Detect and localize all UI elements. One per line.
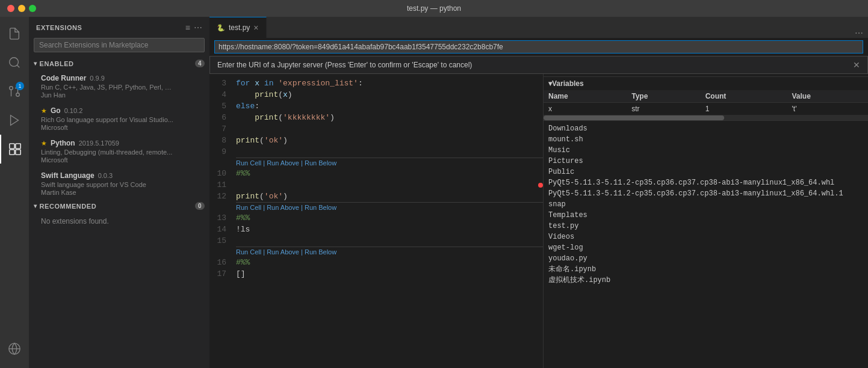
var-name: x <box>544 103 627 115</box>
chevron-icon: ▾ <box>34 60 37 67</box>
run-cell-bar-2[interactable]: Run Cell | Run Above | Run Below <box>209 158 543 168</box>
activity-debug[interactable] <box>0 106 29 135</box>
more-actions-icon[interactable]: ⋯ <box>194 23 202 32</box>
tab-close-icon[interactable]: × <box>253 23 258 32</box>
ext-name: Swift Language <box>41 171 95 180</box>
extension-item-code-runner[interactable]: Code Runner 0.9.9 ⚙ Run C, C++, Java, JS… <box>29 70 209 102</box>
run-below-link-4[interactable]: Run Below <box>305 248 336 256</box>
terminal-line: Pictures <box>548 156 863 167</box>
extensions-list: ▾ ENABLED 4 Code Runner 0.9.9 ⚙ Run C, C… <box>29 57 209 368</box>
terminal-line: Videos <box>548 232 863 242</box>
var-value: 't' <box>787 103 869 115</box>
title-bar: test.py — python <box>0 0 868 17</box>
run-above-link-3[interactable]: Run Above <box>267 204 299 211</box>
enabled-section-header[interactable]: ▾ ENABLED 4 <box>29 57 209 70</box>
terminal-line: 虚拟机技术.ipynb <box>548 275 863 286</box>
svg-rect-7 <box>16 144 20 149</box>
code-line-16: 16 #%% <box>209 257 543 268</box>
run-above-link-4[interactable]: Run Above <box>267 248 299 256</box>
ext-author: Microsoft <box>41 124 202 131</box>
run-cell-bar-4[interactable]: Run Cell | Run Above | Run Below <box>209 247 543 257</box>
terminal-line: PyQt5-5.11.3-5.11.2-cp35.cp36.cp37.cp38-… <box>548 177 863 188</box>
horizontal-scrollbar[interactable] <box>544 115 868 120</box>
terminal-line: mount.sh <box>548 134 863 145</box>
extension-item-go[interactable]: ★ Go 0.10.2 ⚙ Rich Go language support f… <box>29 102 209 135</box>
terminal-line: snap <box>548 199 863 210</box>
col-value: Value <box>787 90 869 103</box>
col-type: Type <box>627 90 700 103</box>
editor-content: Run Cell | Run Above | Run Below 2 #%% 3… <box>209 56 868 368</box>
terminal-output[interactable]: Downloadsmount.shMusicPicturesPublicPyQt… <box>544 121 868 368</box>
variables-header[interactable]: ▾Variables <box>544 77 868 90</box>
svg-marker-5 <box>11 115 19 126</box>
activity-source-control[interactable]: 1 <box>0 77 29 106</box>
activity-search[interactable] <box>0 48 29 77</box>
ext-name: Code Runner <box>41 74 86 82</box>
code-line-5: 5 else: <box>209 100 543 112</box>
terminal-line: Downloads <box>548 123 863 134</box>
terminal-line: test.py <box>548 221 863 232</box>
activity-remote[interactable] <box>0 334 29 363</box>
extension-item-python[interactable]: ★ Python 2019.5.17059 ⚙ Linting, Debuggi… <box>29 135 209 167</box>
url-input-container: Enter the URI of a Jupyter server (Press… <box>209 38 868 56</box>
terminal-line: wget-log <box>548 242 863 253</box>
terminal-line: Templates <box>548 210 863 221</box>
code-line-10: 10 #%% <box>209 168 543 179</box>
run-below-link-3[interactable]: Run Below <box>305 204 336 211</box>
ext-version: 2019.5.17059 <box>79 140 119 147</box>
activity-bar: 1 <box>0 17 29 368</box>
svg-line-1 <box>17 65 19 67</box>
run-above-link-2[interactable]: Run Above <box>267 159 299 167</box>
run-below-link-2[interactable]: Run Below <box>305 159 336 167</box>
ext-description: Rich Go language support for Visual Stud… <box>41 116 173 123</box>
ext-description: Linting, Debugging (multi-threaded, remo… <box>41 149 173 156</box>
filter-icon[interactable]: ≡ <box>185 23 190 32</box>
extensions-search-input[interactable] <box>34 38 205 52</box>
jupyter-url-input[interactable] <box>214 40 863 54</box>
code-line-3: 3 for x in 'expression_list': <box>209 78 543 89</box>
code-editor[interactable]: Run Cell | Run Above | Run Below 2 #%% 3… <box>209 56 543 368</box>
window-title: test.py — python <box>407 4 461 13</box>
svg-rect-8 <box>10 150 14 155</box>
var-count: 1 <box>701 103 787 115</box>
tab-test-py[interactable]: 🐍 test.py × <box>209 17 267 38</box>
col-count: Count <box>701 90 787 103</box>
ext-name: Go <box>51 106 61 115</box>
run-cell-link-3[interactable]: Run Cell <box>236 204 261 211</box>
col-name: Name <box>544 90 627 103</box>
tooltip-close-icon[interactable]: ✕ <box>853 60 860 70</box>
activity-extensions[interactable] <box>0 135 29 164</box>
code-line-15: 15 <box>209 235 543 247</box>
variables-section: ▾Variables Name Type Count Value <box>544 77 868 121</box>
maximize-button[interactable] <box>29 5 36 12</box>
close-button[interactable] <box>7 5 14 12</box>
code-line-9: 9 <box>209 146 543 158</box>
svg-rect-6 <box>10 144 14 149</box>
minimize-button[interactable] <box>18 5 25 12</box>
recommended-section-header[interactable]: ▾ RECOMMENDED 0 <box>29 200 209 212</box>
ext-author: Martin Kase <box>41 189 202 196</box>
recommended-count: 0 <box>195 202 205 210</box>
no-extensions-text: No extensions found. <box>29 212 209 230</box>
ext-version: 0.10.2 <box>64 107 83 114</box>
jupyter-tooltip-text: Enter the URI of a Jupyter server (Press… <box>217 61 472 69</box>
run-cell-link-2[interactable]: Run Cell <box>236 159 261 167</box>
ext-author: Jun Han <box>41 91 202 99</box>
svg-point-3 <box>10 87 13 90</box>
svg-rect-9 <box>16 150 20 155</box>
extension-item-swift[interactable]: Swift Language 0.0.3 ⚙ Swift language su… <box>29 167 209 200</box>
run-cell-link-4[interactable]: Run Cell <box>236 248 261 256</box>
code-line-6: 6 print('kkkkkkkk') <box>209 112 543 123</box>
code-line-8: 8 print('ok') <box>209 135 543 146</box>
tab-bar: 🐍 test.py × ⋯ <box>209 17 868 38</box>
run-cell-bar-3[interactable]: Run Cell | Run Above | Run Below <box>209 203 543 212</box>
python-file-icon: 🐍 <box>217 24 225 32</box>
activity-explorer[interactable] <box>0 19 29 48</box>
star-icon: ★ <box>41 107 47 115</box>
traffic-lights <box>7 5 36 12</box>
more-tabs-icon[interactable]: ⋯ <box>850 28 868 38</box>
url-bar <box>209 38 868 56</box>
right-panel: ◁ ↺ ◼ ↻ 𝑥 ⇧ ⋯ ▾Variables <box>543 56 868 368</box>
ext-name: Python <box>51 139 75 147</box>
ext-version: 0.9.9 <box>90 75 104 82</box>
